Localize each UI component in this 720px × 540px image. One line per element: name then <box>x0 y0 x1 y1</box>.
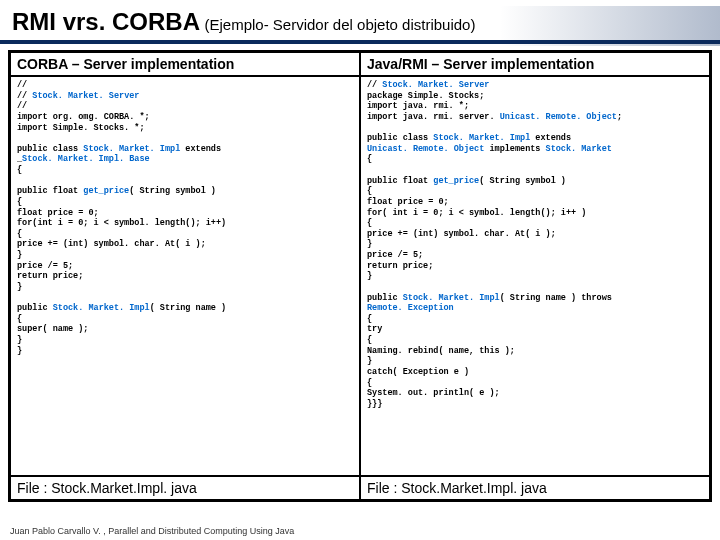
slide-title-bar: RMI vrs. CORBA (Ejemplo- Servidor del ob… <box>0 0 720 44</box>
slide-title: RMI vrs. CORBA <box>12 8 200 35</box>
header-rmi: Java/RMI – Server implementation <box>360 52 710 76</box>
code-corba: // // Stock. Market. Server // import or… <box>10 76 360 476</box>
code-rmi-text: // Stock. Market. Server package Simple.… <box>367 80 622 409</box>
file-label-left: File : Stock.Market.Impl. java <box>10 476 360 500</box>
code-corba-text: // // Stock. Market. Server // import or… <box>17 80 226 356</box>
slide-subtitle: (Ejemplo- Servidor del objeto distribuid… <box>204 16 475 33</box>
slide-footer: Juan Pablo Carvallo V. , Parallel and Di… <box>10 526 294 536</box>
header-corba: CORBA – Server implementation <box>10 52 360 76</box>
code-rmi: // Stock. Market. Server package Simple.… <box>360 76 710 476</box>
comparison-table: CORBA – Server implementation Java/RMI –… <box>8 50 712 502</box>
title-background-decoration <box>500 6 720 46</box>
file-label-right: File : Stock.Market.Impl. java <box>360 476 710 500</box>
